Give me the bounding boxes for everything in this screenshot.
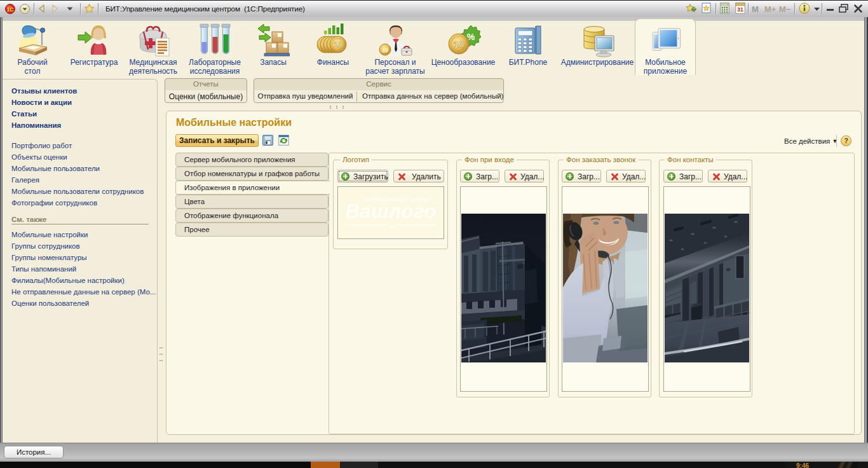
svg-text:10: 10 — [382, 47, 388, 53]
svg-text:1С: 1С — [7, 6, 14, 13]
svg-text:10: 10 — [334, 41, 342, 50]
svg-text:10: 10 — [454, 39, 465, 50]
svg-text:31: 31 — [737, 6, 743, 13]
